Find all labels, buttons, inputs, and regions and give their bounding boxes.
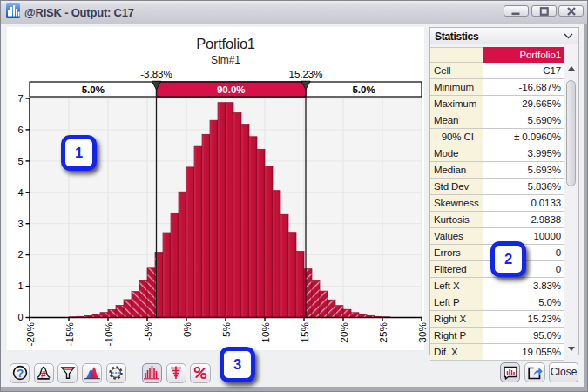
svg-text:25%: 25% [377,322,389,343]
svg-text:15%: 15% [299,322,311,343]
svg-text:0%: 0% [181,322,193,338]
svg-text:1: 1 [17,280,23,291]
svg-text:0: 0 [17,312,23,322]
svg-text:#: # [41,369,46,380]
svg-text:-5%: -5% [142,321,154,340]
svg-text:3: 3 [17,219,23,229]
svg-text:5%: 5% [220,322,233,338]
svg-text:-3.83%: -3.83% [140,69,172,79]
svg-text:5.0%: 5.0% [352,84,375,95]
svg-text:7: 7 [17,93,23,104]
svg-text:-10%: -10% [103,321,115,346]
svg-text:20%: 20% [338,322,350,343]
svg-text:10%: 10% [260,322,272,343]
svg-text:30%: 30% [416,322,429,343]
svg-text:4: 4 [17,187,23,198]
svg-text:?: ? [16,367,23,380]
svg-text:5.0%: 5.0% [82,84,105,95]
svg-text:90.0%: 90.0% [217,84,246,95]
svg-text:-20%: -20% [24,321,37,346]
svg-text:5: 5 [17,156,23,166]
svg-text:2: 2 [17,249,23,260]
svg-text:6: 6 [17,125,23,135]
svg-text:-15%: -15% [64,321,76,346]
svg-text:15.23%: 15.23% [288,69,322,79]
